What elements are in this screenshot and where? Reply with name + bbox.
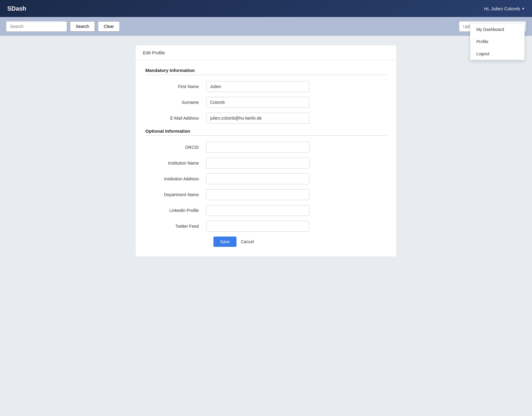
orcid-row: ORCID (145, 142, 387, 153)
dropdown-item-dashboard[interactable]: My Dashboard (470, 23, 524, 36)
optional-heading: Optional Information (145, 128, 387, 134)
mandatory-divider (145, 75, 387, 75)
user-menu-trigger[interactable]: Hi, Julien Colomb ▼ (484, 6, 525, 11)
linkedin-input[interactable] (206, 205, 309, 216)
department-name-input[interactable] (206, 189, 309, 200)
optional-divider (145, 135, 387, 136)
page-title: Edit Profile (143, 50, 165, 55)
email-label: E-Mail Address (145, 116, 206, 121)
surname-row: Surname (145, 97, 387, 108)
main-content: Edit Profile Mandatory Information First… (129, 36, 403, 266)
search-bar: Search Clear (0, 17, 532, 36)
first-name-label: First Name (145, 84, 206, 89)
twitter-row: Twitter Feed (145, 221, 387, 232)
user-dropdown-menu: My Dashboard Profile Logout (470, 23, 525, 60)
institution-name-input[interactable] (206, 158, 309, 169)
brand-logo: SDash (7, 5, 26, 12)
email-input[interactable] (206, 113, 309, 124)
institution-address-row: Institution Address (145, 173, 387, 184)
linkedin-row: LinkedIn Profile (145, 205, 387, 216)
orcid-label: ORCID (145, 145, 206, 150)
first-name-row: First Name (145, 81, 387, 92)
form-buttons: Save Cancel (213, 237, 387, 247)
email-row: E-Mail Address (145, 113, 387, 124)
linkedin-label: LinkedIn Profile (145, 208, 206, 213)
user-menu-container: Hi, Julien Colomb ▼ My Dashboard Profile… (484, 6, 525, 11)
twitter-label: Twitter Feed (145, 224, 206, 229)
orcid-input[interactable] (206, 142, 309, 153)
department-name-row: Department Name (145, 189, 387, 200)
institution-name-row: Institution Name (145, 158, 387, 169)
institution-name-label: Institution Name (145, 161, 206, 165)
card-header: Edit Profile (136, 45, 396, 60)
institution-address-label: Institution Address (145, 176, 206, 181)
dropdown-item-logout[interactable]: Logout (470, 48, 524, 60)
save-button[interactable]: Save (213, 237, 237, 247)
caret-down-icon: ▼ (522, 7, 525, 10)
twitter-input[interactable] (206, 221, 309, 232)
mandatory-heading: Mandatory Information (145, 68, 387, 73)
dropdown-item-profile[interactable]: Profile (470, 36, 524, 48)
first-name-input[interactable] (206, 81, 309, 92)
search-button[interactable]: Search (70, 21, 95, 32)
navbar: SDash Hi, Julien Colomb ▼ My Dashboard P… (0, 0, 532, 17)
surname-label: Surname (145, 100, 206, 105)
edit-profile-card: Edit Profile Mandatory Information First… (135, 45, 397, 257)
clear-button[interactable]: Clear (98, 21, 119, 32)
cancel-button[interactable]: Cancel (240, 237, 255, 247)
institution-address-input[interactable] (206, 173, 309, 184)
department-name-label: Department Name (145, 192, 206, 197)
card-body: Mandatory Information First Name Surname… (136, 60, 396, 257)
search-input[interactable] (6, 21, 67, 32)
surname-input[interactable] (206, 97, 309, 108)
user-greeting: Hi, Julien Colomb (484, 6, 520, 11)
